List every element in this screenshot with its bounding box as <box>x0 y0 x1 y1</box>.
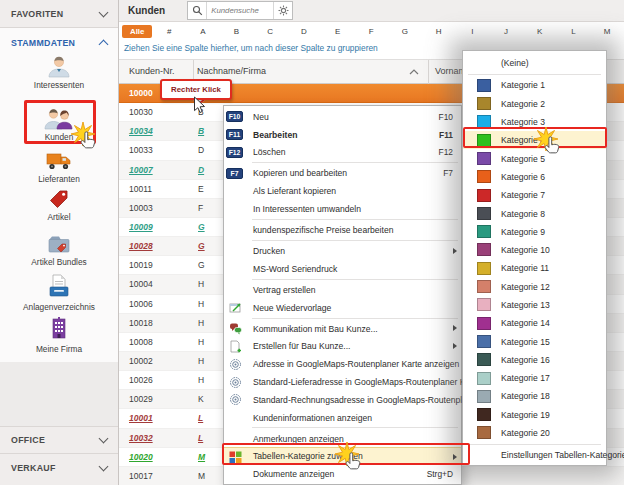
sidebar-item-meine-firma[interactable]: Meine Firma <box>0 316 118 354</box>
menu-item-neu[interactable]: F10NeuF10 <box>224 108 461 126</box>
search-input[interactable]: Kundensuche <box>207 6 273 15</box>
filter-letter[interactable]: A <box>186 27 220 36</box>
menu-item-neue-wiedervorlage[interactable]: Neue Wiedervorlage <box>224 299 461 317</box>
submenu-arrow-icon <box>453 248 457 254</box>
filter-letter[interactable]: E <box>321 27 355 36</box>
submenu-item-keine[interactable]: (Keine) <box>463 54 606 72</box>
customer-name-initial: L <box>193 433 203 443</box>
submenu-item-kategorie-18[interactable]: Kategorie 18 <box>463 387 606 405</box>
sidebar-item-anlagenverzeichnis[interactable]: Anlagenverzeichnis <box>0 274 118 312</box>
filter-alle[interactable]: Alle <box>122 25 152 38</box>
filter-letter[interactable]: I <box>456 27 490 36</box>
filter-letter[interactable]: J <box>489 27 523 36</box>
shortcut-label: F10 <box>439 112 461 122</box>
submenu-item-kategorie-19[interactable]: Kategorie 19 <box>463 406 606 424</box>
category-color-swatch <box>477 225 491 238</box>
menu-item-ms-word-seriendruck[interactable]: MS-Word Seriendruck <box>224 260 461 278</box>
menu-item-adresse-googlemaps[interactable]: Adresse in GoogleMaps-Routenplaner Karte… <box>224 355 461 373</box>
customer-number: 10032 <box>119 433 193 443</box>
alphabet-filter-bar: Alle # A B C D E F G H I J K L M <box>119 22 624 40</box>
shortcut-label: F7 <box>443 168 461 178</box>
category-color-swatch <box>477 426 491 439</box>
hand-cursor <box>343 451 363 477</box>
customer-number: 10009 <box>119 222 193 232</box>
menu-item-lieferadresse-googlemaps[interactable]: Standard-Lieferadresse in GoogleMaps-Rou… <box>224 373 461 391</box>
submenu-item-kategorie-17[interactable]: Kategorie 17 <box>463 369 606 387</box>
sidebar: FAVORITEN STAMMDATEN Interessenten Kunde… <box>0 0 119 485</box>
sidebar-item-kunden[interactable]: Kunden <box>0 106 118 142</box>
filter-letter[interactable]: G <box>388 27 422 36</box>
customer-number: 10034 <box>119 126 193 136</box>
menu-item-drucken[interactable]: Drucken <box>224 242 461 260</box>
sidebar-section-office[interactable]: OFFICE <box>0 426 118 454</box>
sidebar-item-label: Anlagenverzeichnis <box>23 302 95 312</box>
customer-name-initial: D <box>193 165 204 175</box>
submenu-item-kategorie-12[interactable]: Kategorie 12 <box>463 278 606 296</box>
menu-item-rechnungsadresse-googlemaps[interactable]: Standard-Rechnungsadresse in GoogleMaps-… <box>224 391 461 409</box>
submenu-item-kategorie-7[interactable]: Kategorie 7 <box>463 186 606 204</box>
menu-item-vertrag-erstellen[interactable]: Vertrag erstellen <box>224 281 461 299</box>
customer-name-initial: G <box>193 260 205 270</box>
column-divider[interactable] <box>428 60 429 85</box>
gear-icon[interactable] <box>273 2 292 19</box>
category-color-swatch <box>477 335 491 348</box>
filter-letter[interactable]: B <box>220 27 254 36</box>
menu-item-als-lieferant-kopieren[interactable]: Als Lieferant kopieren <box>224 182 461 200</box>
submenu-item-kategorie-10[interactable]: Kategorie 10 <box>463 241 606 259</box>
submenu-item-kategorie-20[interactable]: Kategorie 20 <box>463 424 606 442</box>
category-color-swatch <box>477 152 491 165</box>
sidebar-section-favoriten[interactable]: FAVORITEN <box>0 0 118 28</box>
submenu-item-kategorie-16[interactable]: Kategorie 16 <box>463 351 606 369</box>
customer-number: 10028 <box>119 241 193 251</box>
menu-separator <box>252 318 458 319</box>
search-icon[interactable] <box>188 2 207 19</box>
customer-name-initial: H <box>193 356 204 366</box>
submenu-item-kategorie-15[interactable]: Kategorie 15 <box>463 332 606 350</box>
sidebar-item-artikel-bundles[interactable]: Artikel Bundles <box>0 233 118 267</box>
filter-letter[interactable]: C <box>253 27 287 36</box>
search-control[interactable]: Kundensuche <box>187 1 293 20</box>
submenu-item-kategorie-1[interactable]: Kategorie 1 <box>463 76 606 94</box>
filter-letter[interactable]: D <box>287 27 321 36</box>
shortcut-label: Strg+D <box>427 469 461 479</box>
sidebar-item-interessenten[interactable]: Interessenten <box>0 54 118 90</box>
menu-item-kundenspezifische-preise[interactable]: kundenspezifische Preise bearbeiten <box>224 221 461 239</box>
sidebar-section-einkauf[interactable]: EINKAUF <box>0 476 118 485</box>
sidebar-item-artikel[interactable]: Artikel <box>0 188 118 222</box>
chevron-down-icon <box>99 434 109 444</box>
submenu-item-kategorie-14[interactable]: Kategorie 14 <box>463 314 606 332</box>
menu-item-erstellen-fuer-kunde[interactable]: Erstellen für Bau Kunze... <box>224 338 461 356</box>
menu-separator <box>252 219 458 220</box>
menu-item-kopieren-und-bearbeiten[interactable]: F7Kopieren und bearbeitenF7 <box>224 165 461 183</box>
submenu-item-kategorie-9[interactable]: Kategorie 9 <box>463 223 606 241</box>
menu-item-kommunikation-mit-kunde[interactable]: Kommunikation mit Bau Kunze... <box>224 320 461 338</box>
menu-item-bearbeiten[interactable]: F11BearbeitenF11 <box>224 126 461 144</box>
submenu-item-kategorie-13[interactable]: Kategorie 13 <box>463 296 606 314</box>
submenu-item-kategorie-8[interactable]: Kategorie 8 <box>463 204 606 222</box>
menu-item-kundeninformationen[interactable]: Kundeninformationen anzeigen <box>224 409 461 427</box>
column-header-kunden-nr[interactable]: Kunden-Nr. <box>129 66 175 76</box>
menu-separator <box>252 427 458 428</box>
submenu-item-kategorie-6[interactable]: Kategorie 6 <box>463 168 606 186</box>
filter-letter[interactable]: K <box>523 27 557 36</box>
menu-item-in-interessenten-umwandeln[interactable]: In Interessenten umwandeln <box>224 200 461 218</box>
category-color-swatch <box>477 97 491 110</box>
sidebar-item-lieferanten[interactable]: Lieferanten <box>0 150 118 184</box>
column-header-nachname-firma[interactable]: Nachname/Firma <box>197 66 266 76</box>
submenu-item-kategorie-2[interactable]: Kategorie 2 <box>463 95 606 113</box>
filter-letter[interactable]: # <box>152 27 186 36</box>
customer-number: 10011 <box>119 184 193 194</box>
category-color-swatch <box>477 79 491 92</box>
customer-number: 10029 <box>119 394 193 404</box>
submenu-item-kategorie-11[interactable]: Kategorie 11 <box>463 259 606 277</box>
filter-letter[interactable]: L <box>557 27 591 36</box>
submenu-item-einstellungen[interactable]: Einstellungen Tabellen-Kategorien <box>463 446 606 464</box>
filter-letter[interactable]: M <box>590 27 624 36</box>
category-color-swatch <box>477 353 491 366</box>
filter-letter[interactable]: H <box>422 27 456 36</box>
filter-letter[interactable]: F <box>354 27 388 36</box>
sidebar-section-stammdaten[interactable]: STAMMDATEN <box>0 29 118 57</box>
customer-name-initial: M <box>193 471 205 481</box>
menu-item-loeschen[interactable]: F12LöschenF12 <box>224 144 461 162</box>
category-color-swatch <box>477 408 491 421</box>
